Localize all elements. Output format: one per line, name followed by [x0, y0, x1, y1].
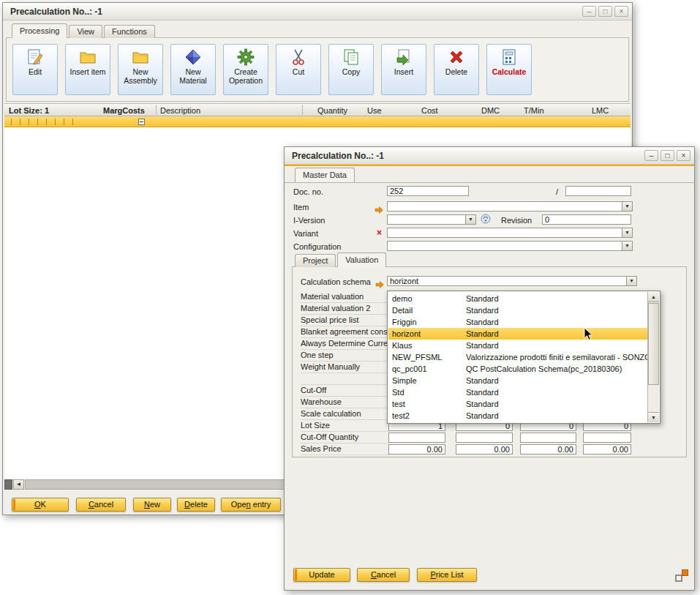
new-material-button[interactable]: New Material — [170, 44, 216, 95]
row-label: Material valuation 2 — [301, 303, 390, 315]
tab-project[interactable]: Project — [295, 254, 336, 267]
copy-button[interactable]: Copy — [328, 44, 374, 95]
update-button[interactable]: Update — [293, 568, 350, 582]
chevron-down-icon[interactable]: ▼ — [626, 277, 636, 285]
i-version-combo[interactable]: ▼ — [387, 214, 476, 225]
cut-off-qty-field[interactable] — [456, 433, 513, 443]
dialog-title: Precalculation No..: -1 — [292, 147, 384, 165]
scrollbar-thumb[interactable] — [648, 303, 659, 385]
sales-price-field[interactable]: 0.00 — [583, 444, 631, 454]
revision-field[interactable]: 0 — [542, 214, 631, 225]
configuration-combo[interactable]: ▼ — [387, 241, 633, 251]
tab-processing[interactable]: Processing — [12, 23, 67, 38]
dropdown-item[interactable]: testStandard — [388, 398, 647, 410]
create-operation-button[interactable]: Create Operation — [223, 44, 268, 95]
cut-button[interactable]: Cut — [276, 44, 321, 95]
minimize-button[interactable]: – — [582, 6, 596, 17]
cancel-button[interactable]: Cancel — [357, 568, 410, 582]
cut-off-qty-field[interactable] — [583, 433, 631, 443]
doc-no-field[interactable]: 252 — [387, 186, 469, 196]
dropdown-item[interactable]: StdStandard — [388, 386, 647, 398]
cell-divider — [72, 119, 73, 125]
chevron-down-icon[interactable]: ▼ — [622, 228, 632, 237]
dropdown-item[interactable]: test2Standard — [388, 410, 647, 422]
calculation-schema-dropdown: demoStandard DetailStandard FrigginStand… — [387, 291, 661, 424]
tab-divider — [285, 182, 694, 183]
precalculation-dialog: Precalculation No..: -1 – □ × Master Dat… — [284, 146, 695, 591]
dropdown-item[interactable]: NEW_PFSMLValorizzazione prodotti finiti … — [388, 351, 647, 363]
tab-functions[interactable]: Functions — [104, 25, 155, 38]
chevron-down-icon[interactable]: ▼ — [465, 215, 475, 224]
cut-off-qty-field[interactable] — [388, 433, 445, 443]
col-quantity[interactable]: Quantity — [317, 105, 347, 116]
chevron-down-icon[interactable]: ▼ — [622, 202, 632, 211]
maximize-button[interactable]: □ — [598, 6, 612, 17]
configuration-label: Configuration — [293, 242, 341, 252]
col-description[interactable]: Description — [160, 105, 200, 116]
dialog-titlebar[interactable]: Precalculation No..: -1 – □ × — [285, 147, 694, 165]
chevron-down-icon[interactable]: ▼ — [622, 242, 632, 250]
cell-divider — [11, 119, 12, 125]
close-button[interactable]: × — [677, 150, 690, 161]
col-lmc[interactable]: LMC — [592, 105, 609, 116]
expand-form-icon[interactable] — [675, 569, 688, 583]
dropdown-item[interactable]: KlausStandard — [388, 340, 647, 351]
scroll-up-icon[interactable]: ▲ — [648, 292, 659, 302]
dropdown-item[interactable]: demoStandard — [388, 293, 647, 304]
tab-valuation[interactable]: Valuation — [337, 252, 386, 267]
grid-row-highlighted[interactable] — [4, 116, 631, 127]
version-info-icon[interactable] — [481, 214, 491, 227]
scroll-down-icon[interactable]: ▼ — [648, 412, 659, 422]
row-label: Always Determine Current M — [301, 338, 390, 350]
maximize-button[interactable]: □ — [661, 150, 674, 161]
dropdown-item[interactable]: DetailStandard — [388, 304, 647, 316]
scroll-left-button[interactable]: ◄ — [13, 479, 24, 490]
cut-off-qty-field[interactable] — [520, 433, 576, 443]
new-assembly-button[interactable]: New Assembly — [118, 44, 163, 95]
calculate-button[interactable]: Calculate — [486, 44, 532, 95]
insert-item-button[interactable]: Insert item — [65, 44, 110, 95]
edit-button[interactable]: Edit — [12, 44, 58, 95]
open-entry-button[interactable]: Open entry — [221, 498, 281, 512]
calculation-schema-combo[interactable]: horizont▼ — [387, 276, 637, 286]
item-combo[interactable]: ▼ — [387, 201, 633, 212]
copy-icon — [342, 48, 361, 67]
delete-button[interactable]: Delete — [434, 44, 479, 95]
tab-master-data[interactable]: Master Data — [295, 168, 355, 182]
i-version-label: I-Version — [293, 215, 325, 225]
row-label: Cut-Off — [301, 385, 390, 397]
col-tmin[interactable]: T/Min — [524, 105, 544, 116]
sales-price-field[interactable]: 0.00 — [388, 444, 445, 454]
dropdown-item[interactable]: SimpleStandard — [388, 375, 647, 386]
splitter-handle[interactable] — [4, 479, 12, 490]
col-cost[interactable]: Cost — [421, 105, 438, 116]
price-list-button[interactable]: Price List — [417, 568, 477, 582]
ok-button[interactable]: OK — [12, 498, 69, 512]
row-label: Special price list — [301, 315, 390, 326]
delete-row-button[interactable]: Delete — [177, 498, 215, 512]
link-arrow-icon[interactable] — [375, 203, 383, 217]
dropdown-item-selected[interactable]: horizontStandard — [388, 328, 647, 340]
grid-header: Lot Size: 1 MargCosts Description Quanti… — [4, 103, 631, 116]
col-dmc[interactable]: DMC — [481, 105, 500, 116]
minimize-button[interactable]: – — [644, 150, 658, 161]
expand-node-toggle[interactable] — [138, 119, 145, 125]
cancel-button[interactable]: Cancel — [76, 498, 126, 512]
doc-no-suffix-field[interactable] — [565, 186, 631, 196]
main-titlebar[interactable]: Precalculation No..: -1 – □ × — [3, 3, 632, 20]
col-use[interactable]: Use — [367, 105, 382, 116]
scissors-icon — [289, 48, 308, 67]
variant-combo[interactable]: ▼ — [387, 228, 633, 238]
link-arrow-icon[interactable] — [375, 278, 384, 291]
cell-divider — [29, 119, 29, 125]
sales-price-field[interactable]: 0.00 — [456, 444, 513, 454]
dropdown-scrollbar[interactable]: ▲ ▼ — [647, 292, 659, 422]
cell-divider — [46, 119, 47, 125]
sales-price-field[interactable]: 0.00 — [520, 444, 576, 454]
insert-button[interactable]: Insert — [381, 44, 426, 95]
dropdown-item[interactable]: FrigginStandard — [388, 316, 647, 328]
new-button[interactable]: New — [133, 498, 171, 512]
close-button[interactable]: × — [614, 6, 628, 17]
tab-view[interactable]: View — [69, 25, 102, 38]
dropdown-item[interactable]: qc_pc001QC PostCalculation Schema(pc_201… — [388, 363, 647, 375]
